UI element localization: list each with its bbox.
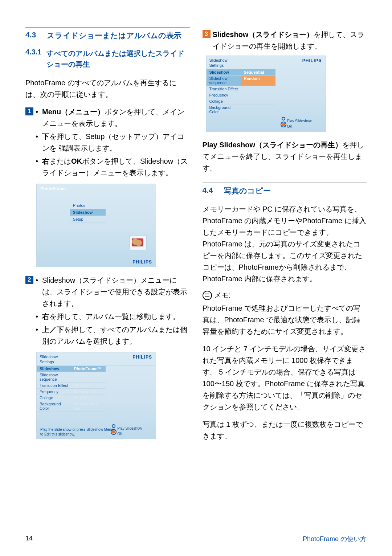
philips-logo: PHILIPS (302, 58, 322, 63)
step2-line1: 右を押して、アルバム一覧に移動します。 (36, 311, 190, 322)
dev3-r-rand: Random (241, 75, 275, 86)
philips-logo: PHILIPS (132, 355, 152, 360)
dev3-l2: Transition Effect (207, 86, 241, 92)
device-screenshot-2: PHILIPS Slideshow Settings SlideshowPhot… (36, 352, 156, 439)
dev3-l1: Slideshow sequence (207, 75, 241, 86)
subsec-number: 4.3.1 (25, 48, 41, 56)
dev2-l2: Transition Effect (37, 383, 71, 389)
rule (203, 183, 367, 183)
device-screenshot-3: PHILIPS Slideshow Settings SlideshowSequ… (206, 56, 326, 132)
intro-text: PhotoFrame のすべてのアルバムを再生するには、次の手順に従います。 (25, 77, 190, 100)
dev2-l1: Slideshow sequence (37, 372, 71, 383)
right-column: 3 Slideshow（スライドショー）を押して、スライドショーの再生を開始しま… (203, 27, 367, 447)
sec-title: スライドショーまたはアルバムの表示 (47, 30, 181, 41)
dev1-item-setup: Setup (70, 216, 106, 223)
step-2: 2 Slideshow（スライドショー）メニューには、スライドショーで使用できる… (25, 274, 190, 348)
dev2-l0: Slideshow (37, 366, 71, 372)
left-column: 4.3 スライドショーまたはアルバムの表示 4.3.1 すべてのアルバムまたは選… (25, 27, 190, 447)
subsec-title: すべてのアルバムまたは選択したスライドショーの再生 (46, 48, 189, 70)
page-footer: 14 PhotoFrame の使い方 (25, 535, 367, 543)
sec-number: 4.3 (25, 30, 36, 39)
step-number-1-icon: 1 (25, 107, 33, 115)
step1-line1: Menu（メニュー）ボタンを押して、メインメニューを表示します。 (36, 106, 190, 129)
dev2-r0: PhotoFrame™ (71, 366, 106, 372)
device-screenshot-1: PhotoFrame Photos Slideshow Setup PHILIP… (36, 184, 156, 267)
step1-line3: 右またはOKボタンを押して、Slideshow（スライドショー）メニューを表示し… (36, 155, 190, 179)
dev3-subtitle: Settings (209, 63, 323, 68)
dev1-item-slideshow: Slideshow (70, 209, 106, 216)
dev2-r2: CF Card (71, 383, 106, 389)
dev2-r4: xD Card (71, 395, 106, 401)
dev2-right-buttons: Play Slideshow OK (117, 426, 142, 437)
note-heading: メモ: (203, 290, 367, 300)
dev1-item-photos: Photos (70, 202, 106, 209)
dev2-r5: Memory stick Duo (71, 401, 106, 412)
dev3-l0: Slideshow (207, 69, 241, 75)
section-4-3-1-heading: 4.3.1 すべてのアルバムまたは選択したスライドショーの再生 (25, 48, 190, 70)
step2-line2: 上／下を押して、すべてのアルバムまたは個別のアルバムを選択します。 (36, 324, 190, 347)
sec44-para1: メモリーカードや PC に保存されている写真を、PhotoFrame の内蔵メモ… (203, 203, 367, 285)
note-label: メモ: (214, 290, 231, 300)
sec44-para2: 10 インチと 7 インチモデルの場合、サイズ変更された写真を内蔵メモリーに 1… (203, 343, 367, 413)
philips-logo: PHILIPS (132, 259, 152, 265)
sec44-note-body: PhotoFrame で処理およびコピーしたすべての写真は、PhotoFrame… (203, 302, 367, 337)
dev3-l4: Collage (207, 98, 241, 105)
sec-number: 4.4 (203, 186, 213, 195)
sec44-para3: 写真は 1 枚ずつ、または一度に複数枚をコピーできます。 (203, 418, 367, 442)
play-slideshow-text: Play Slideshow（スライドショーの再生）を押してメニューを終了し、ス… (203, 139, 367, 174)
note-icon (203, 291, 212, 300)
dev2-l5: Background Color (37, 401, 71, 412)
step-3: 3 Slideshow（スライドショー）を押して、スライドショーの再生を開始しま… (203, 29, 367, 52)
dev3-l5: Background Color (207, 105, 241, 115)
step2-intro: Slideshow（スライドショー）メニューには、スライドショーで使用できる設定… (36, 274, 190, 309)
page-number: 14 (25, 535, 33, 543)
section-4-3-heading: 4.3 スライドショーまたはアルバムの表示 (25, 30, 190, 41)
step-number-3-icon: 3 (203, 30, 211, 38)
dev3-r-seq: Sequential (241, 69, 275, 75)
dev2-l3: Frequency (37, 389, 71, 395)
footer-right: PhotoFrame の使い方 (303, 535, 367, 543)
step-1: 1 Menu（メニュー）ボタンを押して、メインメニューを表示します。 下を押して… (25, 106, 190, 180)
dev3-right-buttons: Play Slideshow OK (287, 118, 312, 129)
step-number-2-icon: 2 (25, 276, 33, 284)
dev2-tip: Play the slide show or press Slideshow M… (40, 427, 113, 437)
dev2-subtitle: Settings (40, 360, 153, 364)
dev2-r1: SD/MMC Card (71, 372, 106, 383)
rule (25, 27, 190, 28)
dev1-title: PhotoFrame (40, 186, 66, 191)
dev2-r3: Memory stick (71, 389, 106, 395)
step3-lead: Slideshow（スライドショー） (213, 30, 314, 38)
step1-line2: 下を押して、Setup（セットアップ）アイコンを 強調表示します。 (36, 131, 190, 154)
section-4-4-heading: 4.4 写真のコピー (203, 186, 367, 196)
sec-title: 写真のコピー (224, 186, 271, 196)
dev3-l3: Frequency (207, 92, 241, 98)
photo-thumbnail-icon (129, 235, 147, 250)
dev2-l4: Collage (37, 395, 71, 401)
